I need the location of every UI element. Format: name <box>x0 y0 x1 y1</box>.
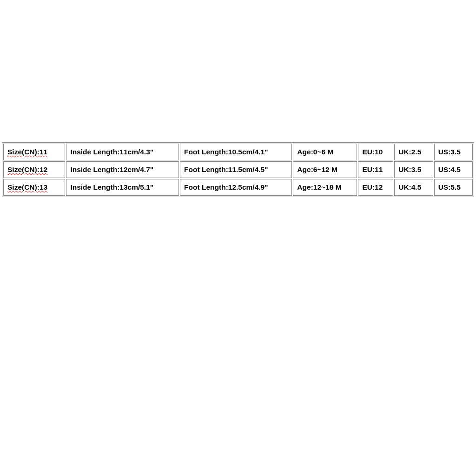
table-row: Size(CN):12 Inside Length:12cm/4.7" Foot… <box>3 161 473 178</box>
size-chart-table: Size(CN):11 Inside Length:11cm/4.3" Foot… <box>2 142 474 197</box>
cell-inside-length: Inside Length:11cm/4.3" <box>66 144 179 160</box>
cell-uk: UK:3.5 <box>394 161 433 178</box>
cell-eu: EU:10 <box>358 144 393 160</box>
table-row: Size(CN):13 Inside Length:13cm/5.1" Foot… <box>3 179 473 196</box>
cell-us: US:5.5 <box>434 179 473 196</box>
cell-uk: UK:2.5 <box>394 144 433 160</box>
cell-foot-length: Foot Length:12.5cm/4.9" <box>180 179 292 196</box>
cell-age: Age:12~18 M <box>293 179 357 196</box>
cell-us: US:4.5 <box>434 161 473 178</box>
cell-uk: UK:4.5 <box>394 179 433 196</box>
cell-eu: EU:12 <box>358 179 393 196</box>
cell-size-cn: Size(CN):13 <box>3 179 65 196</box>
cell-foot-length: Foot Length:10.5cm/4.1" <box>180 144 292 160</box>
table-row: Size(CN):11 Inside Length:11cm/4.3" Foot… <box>3 144 473 160</box>
cell-eu: EU:11 <box>358 161 393 178</box>
cell-age: Age:6~12 M <box>293 161 357 178</box>
cell-inside-length: Inside Length:12cm/4.7" <box>66 161 179 178</box>
cell-size-cn-text: Size(CN):11 <box>7 148 47 156</box>
cell-inside-length: Inside Length:13cm/5.1" <box>66 179 179 196</box>
cell-size-cn-text: Size(CN):13 <box>7 183 47 191</box>
cell-us: US:3.5 <box>434 144 473 160</box>
page-canvas: Size(CN):11 Inside Length:11cm/4.3" Foot… <box>0 0 476 476</box>
cell-size-cn: Size(CN):11 <box>3 144 65 160</box>
cell-size-cn-text: Size(CN):12 <box>7 165 47 173</box>
cell-size-cn: Size(CN):12 <box>3 161 65 178</box>
cell-age: Age:0~6 M <box>293 144 357 160</box>
cell-foot-length: Foot Length:11.5cm/4.5" <box>180 161 292 178</box>
